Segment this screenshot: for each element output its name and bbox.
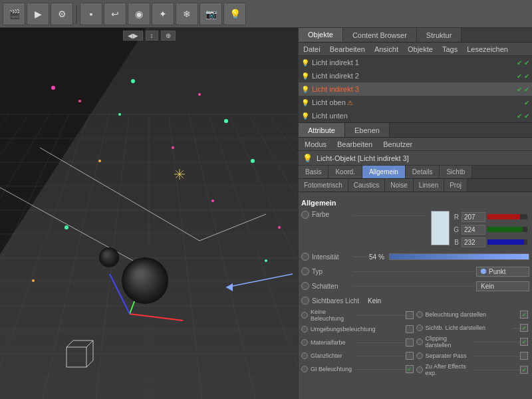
cb-radio-1[interactable] [301,312,308,319]
tab-linsen[interactable]: Linsen [414,179,444,192]
prop-tabs: Basis Koord. Allgemein Details Sichtb [299,166,532,179]
toolbar-btn-star[interactable]: ✦ [152,3,174,25]
menu-lesezeichen[interactable]: Lesezeichen [465,45,510,53]
toolbar-btn-sphere[interactable]: ◉ [128,3,150,25]
tab-content-browser[interactable]: Content Browser [343,28,417,42]
toolbar-btn-camera[interactable]: 📷 [200,3,222,25]
vp-nav-arrows[interactable]: ◀▶ [123,31,143,41]
light-icon-3: 💡 [301,86,309,93]
obj-row-licht2[interactable]: 💡 Licht indirekt 2 ✔ ✔ [299,69,532,82]
sichtbares-val: Kein [368,297,381,305]
attr-menubar: Modus Bearbeiten Benutzer [299,138,532,151]
toolbar-btn-fractal[interactable]: ❄ [176,3,198,25]
cb-radio-3[interactable] [301,339,308,346]
obj-row-licht1[interactable]: 💡 Licht indirekt 1 ✔ ✔ [299,56,532,69]
cb-radio-5[interactable] [301,366,308,372]
cb-check-r2[interactable]: ✔ [520,324,528,332]
color-swatch[interactable] [431,211,450,245]
sichtbares-radio[interactable] [301,297,309,305]
typ-radio[interactable] [301,267,309,275]
toolbar-btn-play[interactable]: ▶ [27,3,49,25]
menu-datei[interactable]: Datei [301,45,323,53]
cb-radio-r2[interactable] [416,325,423,331]
obj-check-5: ✔ ✔ [517,112,529,120]
schatten-value[interactable]: Kein [476,281,529,291]
cb-radio-2[interactable] [301,326,308,332]
menu-bearbeiten[interactable]: Bearbeiten [328,45,367,53]
toolbar-btn-cube[interactable]: ▪ [80,3,102,25]
typ-val-text: Punkt [489,268,506,275]
tab-basis[interactable]: Basis [299,166,329,178]
schatten-radio[interactable] [301,282,309,290]
obj-row-licht5[interactable]: 💡 Licht unten ✔ ✔ [299,109,532,122]
viewport[interactable]: ◀▶ ↕ ⊕ [0,28,298,399]
cb-radio-4[interactable] [301,352,308,359]
vp-nav-add[interactable]: ⊕ [161,31,176,41]
tab-fotometrisch[interactable]: Fotometrisch [299,179,348,192]
obj-label-2: Licht indirekt 2 [312,72,359,80]
tab-proj[interactable]: Proj [444,179,467,192]
cb-radio-r5[interactable] [416,366,423,373]
cb-label-3: Materialfarbe [311,339,358,346]
farbe-radio[interactable] [301,211,309,219]
menu-ansicht[interactable]: Ansicht [372,45,400,53]
light-icon-1: 💡 [301,59,309,66]
cb-check-r3[interactable]: ✔ [520,338,528,346]
g-input[interactable] [462,225,485,235]
tab-details[interactable]: Details [406,166,440,178]
tab-allgemein[interactable]: Allgemein [362,166,406,178]
sichtbares-label: Sichtbares Licht [312,297,365,305]
cb-keine-beleuchtung: Keine Beleuchtung [301,309,415,322]
cb-beleuchtung-darstellen: Beleuchtung darstellen ✔ [416,309,530,321]
intensitat-radio[interactable] [301,253,309,261]
checkboxes-left: Keine Beleuchtung Umgebungsbeleuchtung M… [301,309,415,378]
menu-tags[interactable]: Tags [440,45,460,53]
cb-radio-r4[interactable] [416,352,423,359]
cb-check-r5[interactable]: ✔ [520,366,528,374]
typ-dot-icon [481,269,486,274]
obj-label-5: Licht unten [312,112,348,120]
toolbar-btn-bend[interactable]: ↩ [104,3,126,25]
obj-header: 💡 Licht-Objekt [Licht indirekt 3] [299,151,532,166]
attr-menu-bearbeiten[interactable]: Bearbeiten [335,140,374,148]
toolbar-btn-light[interactable]: 💡 [223,3,246,25]
attr-menu-modus[interactable]: Modus [303,140,329,148]
tab-ebenen[interactable]: Ebenen [345,123,390,137]
vp-nav-zoom[interactable]: ↕ [146,31,158,41]
tab-koord[interactable]: Koord. [329,166,362,178]
cb-radio-r1[interactable] [416,311,423,318]
light-icon-5: 💡 [301,112,309,120]
typ-value[interactable]: Punkt [476,267,529,277]
cb-clipping: Clipping darstellen ✔ [416,335,530,348]
cb-check-r4[interactable] [520,352,528,360]
obj-label-1: Licht indirekt 1 [312,59,359,66]
tab-struktur[interactable]: Struktur [417,28,462,42]
tab-attribute[interactable]: Attribute [299,123,345,137]
attr-menu-benutzer[interactable]: Benutzer [381,140,414,148]
cb-radio-r3[interactable] [416,338,423,345]
tab-noise[interactable]: Noise [385,179,414,192]
r-bar [487,214,520,219]
b-input[interactable] [462,237,485,247]
cb-label-4: Glanzlichter [311,352,358,359]
toolbar-btn-film[interactable]: 🎬 [3,3,25,25]
tab-objekte[interactable]: Objekte [299,28,343,42]
intensitat-val: 54 % [369,253,389,261]
cb-check-2[interactable] [406,325,414,333]
farbe-label: Farbe [312,211,352,218]
r-input[interactable] [462,212,485,222]
cb-check-r1[interactable]: ✔ [520,311,528,319]
tab-caustics[interactable]: Caustics [348,179,385,192]
viewport-nav: ◀▶ ↕ ⊕ [0,31,298,41]
cb-check-5[interactable]: ✔ [406,365,414,373]
obj-row-licht4[interactable]: 💡 Licht oben ⚠ ✔ [299,96,532,109]
intensitat-bar[interactable] [389,253,529,260]
menu-objekte[interactable]: Objekte [406,45,435,53]
cb-check-3[interactable] [406,338,414,346]
tab-sichtb[interactable]: Sichtb [440,166,472,178]
r-bar-container [487,214,527,219]
cb-check-4[interactable] [406,352,414,360]
cb-check-1[interactable] [406,311,414,319]
toolbar-btn-settings[interactable]: ⚙ [51,3,73,25]
obj-row-licht3[interactable]: 💡 Licht indirekt 3 ✔ ✔ [299,82,532,96]
